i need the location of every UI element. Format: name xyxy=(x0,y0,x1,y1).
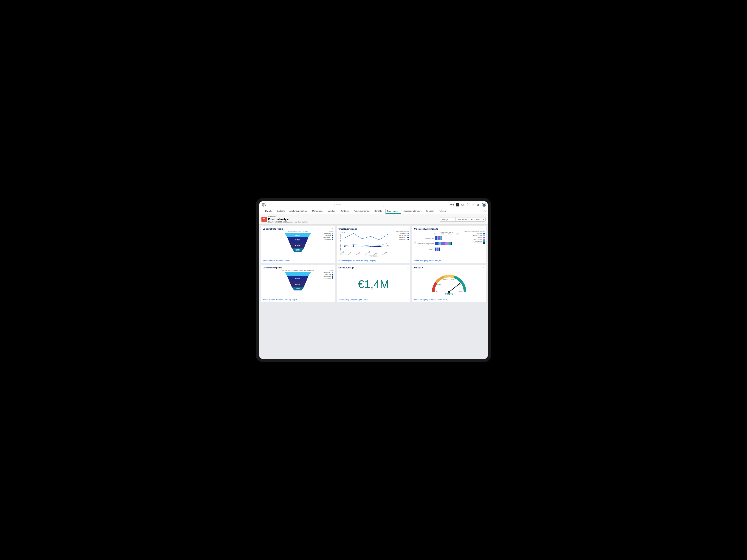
header-subtitle: Stand: 26.09.2022, 14:18 Anzeigen als Ch… xyxy=(268,221,308,223)
edit-nav-icon[interactable]: ✎ xyxy=(484,210,486,212)
header-action-1[interactable]: ↻ xyxy=(451,217,456,221)
help-icon[interactable]: ? xyxy=(466,203,469,207)
header-action-0[interactable]: + Folgen xyxy=(440,217,451,221)
nav-startseite[interactable]: Startseite xyxy=(275,209,287,214)
app-nav: Kanzlei StartseiteBeratungspotentiale ▾M… xyxy=(259,208,488,214)
card-ungewichtete-pipeline: Ungewichtete Pipeline ⤢ Summe von Betrag… xyxy=(261,226,335,263)
svg-text:Typ: Typ xyxy=(414,241,416,243)
svg-rect-66 xyxy=(451,242,452,245)
user-avatar[interactable]: 🐻 xyxy=(482,203,486,207)
svg-point-8 xyxy=(408,237,409,238)
svg-point-0 xyxy=(333,204,334,205)
svg-rect-55 xyxy=(437,236,438,240)
nav-dashboards[interactable]: Dashboards ▾ xyxy=(385,209,401,214)
svg-rect-62 xyxy=(438,242,441,245)
report-link[interactable]: Bericht anzeigen (Net Amount Closed Won) xyxy=(414,299,484,300)
svg-text:€4M: €4M xyxy=(448,233,451,235)
nav-mitarbeiterplanung[interactable]: Mitarbeiterplanung ▾ xyxy=(402,209,423,214)
dashboard-grid: Ungewichtete Pipeline ⤢ Summe von Betrag… xyxy=(259,224,488,359)
svg-point-1 xyxy=(473,205,473,205)
svg-text:Neugeschäft: Neugeschäft xyxy=(425,237,434,239)
legend-item: Ely East xyxy=(464,237,485,238)
svg-point-16 xyxy=(370,236,371,237)
gauge-value: €393K xyxy=(414,293,484,296)
nav-notizen[interactable]: Notizen ▾ xyxy=(437,209,448,214)
legend-item: Angebot xyxy=(322,273,333,275)
app-launcher-icon[interactable] xyxy=(261,210,264,212)
legend-item: Verhandlung xyxy=(322,275,333,277)
expand-icon[interactable]: ⤢ xyxy=(407,266,409,269)
svg-text:September ...: September ... xyxy=(354,250,362,255)
nav-mandate[interactable]: Mandate ▾ xyxy=(326,209,338,214)
legend-item: Verpflichtet xyxy=(396,237,409,238)
legend-item: Verhandlung xyxy=(322,237,333,238)
favorite-icon[interactable]: ★▾ xyxy=(450,203,454,207)
header-eyebrow: Dashboard xyxy=(268,216,308,218)
report-link[interactable]: Bericht anzeigen (Channel Pipeline by St… xyxy=(263,299,333,300)
card-offene-auftraege: Offene Aufträge ⤢ €1,4M Bericht anzeigen… xyxy=(336,265,410,302)
svg-rect-71 xyxy=(438,247,439,251)
report-link[interactable]: Bericht anzeigen (Revenue by Type) xyxy=(414,260,484,262)
svg-point-10 xyxy=(408,239,409,240)
notifications-icon[interactable] xyxy=(476,203,480,207)
svg-text:€200K: €200K xyxy=(443,279,448,281)
svg-rect-54 xyxy=(435,236,437,240)
app-name: Kanzlei xyxy=(265,210,273,212)
nav-kalender[interactable]: Kalender ▾ xyxy=(424,209,437,214)
legend: Prognosekategorie PotenzialBest CaseVerp… xyxy=(396,231,409,240)
header-action-4[interactable]: ▾ xyxy=(482,217,486,221)
expand-icon[interactable]: ⤢ xyxy=(407,228,409,230)
svg-rect-68 xyxy=(435,247,436,251)
nav-kontakte[interactable]: Kontakte ▾ xyxy=(339,209,352,214)
dashboard-icon xyxy=(261,217,267,222)
svg-rect-69 xyxy=(436,247,437,251)
svg-text:€2M: €2M xyxy=(441,233,444,235)
expand-icon[interactable]: ⤢ xyxy=(332,228,333,230)
header-action-3[interactable]: Abonnieren xyxy=(468,217,482,221)
metric-value: €1,4M xyxy=(338,270,408,299)
report-link[interactable]: Bericht anzeigen (Forecast by Month by C… xyxy=(338,260,408,262)
cloud-icon[interactable] xyxy=(461,203,464,207)
legend-item: Potenzial xyxy=(396,233,409,235)
svg-point-4 xyxy=(408,233,409,234)
expand-icon[interactable]: ⤢ xyxy=(332,266,333,269)
svg-text:€6M: €6M xyxy=(456,233,459,235)
svg-rect-56 xyxy=(438,236,440,240)
svg-text:August 2022: August 2022 xyxy=(346,250,354,255)
funnel-chart: €343K€318K€72K xyxy=(285,272,311,290)
expand-icon[interactable]: ⤢ xyxy=(483,228,485,230)
nav-berichte[interactable]: Berichte ▾ xyxy=(373,209,385,214)
legend-item: Bill West xyxy=(464,233,485,235)
global-search[interactable]: Suche... xyxy=(332,203,384,207)
card-title: Offene Aufträge xyxy=(338,267,408,269)
report-link[interactable]: Bericht anzeigen (Channel Pipeline) xyxy=(263,260,333,262)
svg-point-19 xyxy=(344,245,345,246)
svg-text:€0: €0 xyxy=(434,233,436,235)
card-gewichtete-pipeline: Gewichtete Pipeline ⤢ Summe von Erwartet… xyxy=(261,265,335,302)
settings-icon[interactable] xyxy=(471,203,475,207)
nav-kundenvorgänge[interactable]: Kundenvorgänge ▾ xyxy=(352,209,372,214)
nav-mandanten[interactable]: Mandanten ▾ xyxy=(311,209,325,214)
expand-icon[interactable]: ⤢ xyxy=(483,266,485,269)
svg-text:€0: €0 xyxy=(436,291,438,292)
legend-item: Discovery xyxy=(322,238,333,240)
svg-rect-57 xyxy=(440,236,441,240)
report-link[interactable]: Bericht anzeigen (Biggest Open Deals) xyxy=(338,299,408,300)
legend: Phase QualifizierungAngebotVerhandlungDi… xyxy=(322,270,333,279)
header-action-2[interactable]: Bearbeiten xyxy=(456,217,468,221)
svg-point-31 xyxy=(344,246,345,247)
search-placeholder: Suche... xyxy=(336,204,342,206)
svg-point-13 xyxy=(344,238,345,238)
header-actions: + Folgen↻BearbeitenAbonnieren▾ xyxy=(440,217,486,221)
svg-rect-58 xyxy=(441,236,442,240)
legend-item: Ricky East xyxy=(464,240,485,242)
svg-text:Summe von Betrag: Summe von Betrag xyxy=(440,231,453,233)
card-title: Gewichtete Pipeline xyxy=(263,267,333,269)
card-umsatzvorhersage: Umsatzvorhersage ⤢ Prognosekategorie Pot… xyxy=(336,226,410,263)
svg-rect-61 xyxy=(435,242,438,245)
nav-beratungspotentiale[interactable]: Beratungspotentiale ▾ xyxy=(287,209,310,214)
svg-point-30 xyxy=(388,245,388,246)
svg-point-34 xyxy=(370,246,371,247)
svg-point-36 xyxy=(388,246,388,247)
add-icon[interactable]: + xyxy=(456,203,459,207)
